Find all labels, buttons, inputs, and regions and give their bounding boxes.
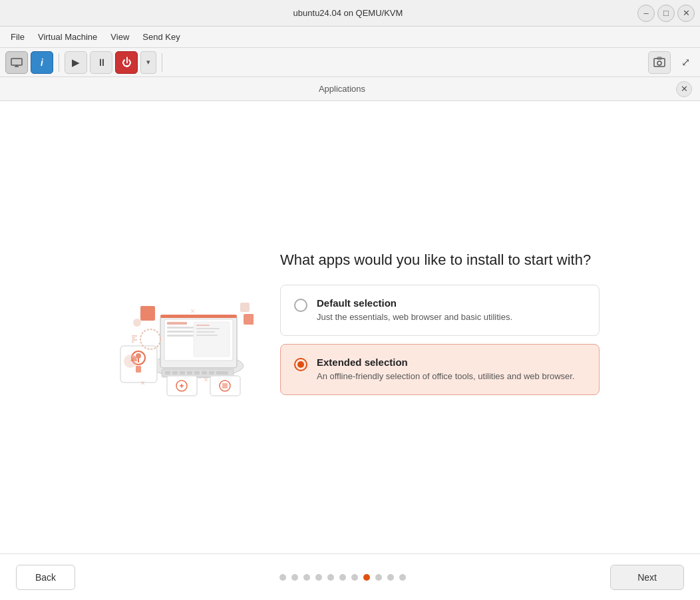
svg-rect-27 — [140, 306, 155, 321]
option-extended-desc: An offline-friendly selection of office … — [317, 371, 575, 382]
menu-view[interactable]: View — [105, 30, 134, 44]
dot-10 — [387, 574, 394, 581]
svg-rect-24 — [202, 371, 207, 375]
illustration: × × × — [100, 253, 254, 402]
menu-virtual-machine[interactable]: Virtual Machine — [33, 30, 102, 44]
info-button[interactable]: i — [31, 51, 53, 74]
svg-rect-21 — [180, 371, 185, 375]
option-extended[interactable]: Extended selection An offline-friendly s… — [280, 344, 600, 395]
toolbar-separator-1 — [59, 53, 59, 72]
option-default[interactable]: Default selection Just the essentials, w… — [280, 285, 600, 336]
dot-8 — [363, 574, 370, 581]
svg-rect-40 — [222, 383, 228, 388]
minimize-button[interactable]: – — [637, 5, 655, 22]
svg-rect-20 — [172, 371, 178, 375]
svg-rect-13 — [194, 322, 230, 357]
svg-point-32 — [136, 353, 141, 359]
content-area: × × × What apps would you like to instal… — [13, 114, 687, 540]
svg-rect-17 — [196, 335, 218, 336]
toolbar: i ▶ ⏸ ⏻ ▾ ⤢ — [0, 48, 700, 77]
next-button[interactable]: Next — [610, 565, 684, 590]
dot-1 — [279, 574, 286, 581]
toolbar-separator-2 — [162, 53, 162, 72]
svg-text:×: × — [190, 307, 195, 316]
dot-3 — [303, 574, 310, 581]
pause-button[interactable]: ⏸ — [90, 51, 112, 74]
dot-7 — [351, 574, 358, 581]
dot-4 — [315, 574, 322, 581]
window-controls: – □ ✕ — [637, 5, 695, 22]
svg-rect-25 — [209, 371, 214, 375]
app-bar-close-button[interactable]: ✕ — [676, 81, 692, 97]
menu-send-key[interactable]: Send Key — [137, 30, 185, 44]
dot-5 — [327, 574, 334, 581]
maximize-button[interactable]: □ — [657, 5, 675, 22]
close-button[interactable]: ✕ — [677, 5, 695, 22]
option-default-desc: Just the essentials, web browser and bas… — [317, 311, 512, 323]
app-bar-title: Applications — [8, 84, 676, 94]
dot-6 — [339, 574, 346, 581]
dot-2 — [291, 574, 298, 581]
svg-rect-43 — [240, 303, 250, 312]
svg-point-5 — [657, 61, 661, 65]
svg-rect-9 — [167, 322, 187, 325]
svg-rect-23 — [194, 371, 200, 375]
option-default-title: Default selection — [317, 297, 512, 309]
option-extended-title: Extended selection — [317, 357, 575, 368]
menu-file[interactable]: File — [5, 30, 30, 44]
expand-button[interactable]: ⤢ — [676, 53, 695, 72]
svg-text:×: × — [204, 375, 208, 384]
svg-rect-26 — [216, 371, 228, 375]
title-bar: ubuntu24.04 on QEMU/KVM – □ ✕ — [0, 0, 700, 27]
svg-rect-0 — [11, 59, 22, 65]
radio-default[interactable] — [294, 299, 307, 312]
svg-rect-28 — [244, 314, 254, 325]
window-title: ubuntu24.04 on QEMU/KVM — [59, 8, 637, 18]
question-title: What apps would you like to install to s… — [280, 251, 600, 269]
svg-rect-19 — [165, 371, 170, 375]
play-button[interactable]: ▶ — [65, 51, 87, 74]
power-menu-button[interactable]: ▾ — [140, 51, 156, 74]
svg-rect-11 — [167, 331, 197, 333]
app-bar: Applications ✕ — [0, 77, 700, 101]
power-button[interactable]: ⏻ — [115, 51, 138, 74]
svg-rect-31 — [136, 366, 141, 373]
screenshot-button[interactable] — [648, 51, 671, 74]
svg-rect-14 — [196, 325, 210, 326]
pagination-dots — [279, 574, 406, 581]
bottom-bar: Back Next — [0, 553, 700, 600]
svg-rect-15 — [196, 328, 220, 329]
radio-extended[interactable] — [294, 358, 307, 371]
svg-rect-22 — [187, 371, 192, 375]
radio-inner-extended — [297, 361, 304, 368]
option-extended-text: Extended selection An offline-friendly s… — [317, 357, 575, 382]
back-button[interactable]: Back — [16, 565, 75, 590]
dot-11 — [399, 574, 406, 581]
menu-bar: File Virtual Machine View Send Key — [0, 27, 700, 48]
dot-9 — [375, 574, 382, 581]
svg-point-42 — [133, 319, 141, 327]
main-content: × × × What apps would you like to instal… — [0, 101, 700, 553]
svg-rect-16 — [196, 331, 215, 333]
monitor-button[interactable] — [5, 51, 28, 74]
svg-text:×: × — [140, 378, 145, 388]
options-panel: What apps would you like to install to s… — [280, 251, 600, 403]
option-default-text: Default selection Just the essentials, w… — [317, 297, 512, 323]
svg-rect-52 — [160, 315, 237, 318]
